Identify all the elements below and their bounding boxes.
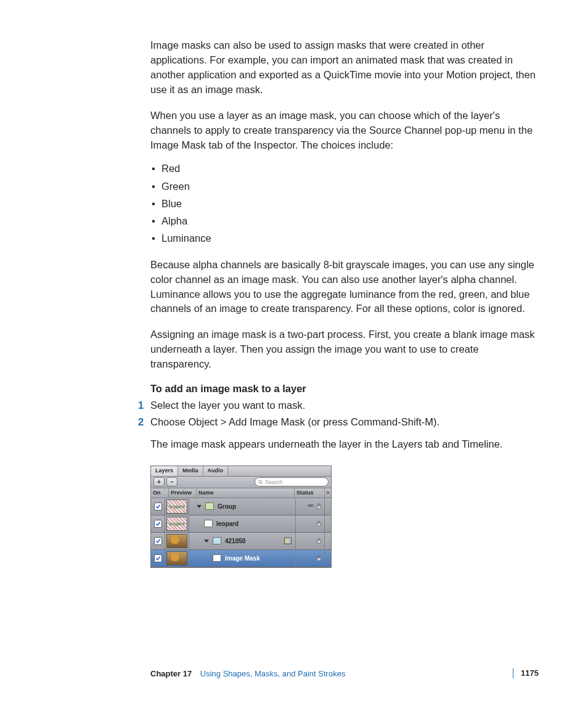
channel-list: Red Green Blue Alpha Luminance [150,160,539,246]
column-headers: On Preview Name Status > [151,488,331,498]
lock-icon[interactable] [316,503,322,509]
svg-point-0 [259,480,262,483]
disclosure-triangle-icon[interactable] [204,540,209,543]
procedure-heading: To add an image mask to a layer [150,383,539,395]
expand-cell [325,515,331,532]
step-item: 1Select the layer you want to mask. [138,397,539,414]
list-item: Luminance [150,229,539,247]
add-button[interactable]: + [153,477,165,486]
search-icon [258,480,263,485]
table-row[interactable]: Group [151,498,331,515]
preview-thumbnail [165,515,189,532]
list-item: Blue [150,195,539,212]
panel-tab-bar: Layers Media Audio [151,466,331,477]
list-item: Green [150,178,539,195]
mask-badge-icon [284,538,292,544]
paragraph: The image mask appears underneath the la… [150,437,539,452]
page-number: 1175 [513,668,539,678]
svg-rect-8 [317,557,321,560]
layer-name-cell[interactable]: 421050 [189,533,296,549]
step-list: 1Select the layer you want to mask. 2Cho… [138,397,539,430]
visibility-checkbox[interactable] [151,550,165,567]
lock-icon[interactable] [316,555,322,561]
chapter-title: Using Shapes, Masks, and Paint Strokes [200,669,346,678]
paragraph: Image masks can also be used to assign m… [150,38,539,97]
tab-layers[interactable]: Layers [151,466,178,476]
text-icon [204,520,213,527]
table-row[interactable]: 421050 [151,533,331,550]
layer-name-cell[interactable]: leopard [189,515,296,532]
step-item: 2Choose Object > Add Image Mask (or pres… [138,414,539,430]
preview-thumbnail [165,498,189,515]
document-page: Image masks can also be used to assign m… [0,0,588,660]
layer-name-label: Image Mask [225,555,260,562]
step-number: 2 [138,414,144,430]
status-cell [296,550,325,567]
visibility-checkbox[interactable] [151,498,165,515]
lock-icon[interactable] [316,520,322,527]
mask-icon [213,554,221,562]
panel-toolbar: + − Search [151,477,331,488]
svg-rect-6 [317,523,321,526]
table-row[interactable]: leopard [151,515,331,533]
layer-name-cell[interactable]: Group [189,498,296,515]
header-preview[interactable]: Preview [169,488,197,498]
layer-name-label: leopard [216,520,239,527]
preview-thumbnail [165,550,189,567]
search-placeholder: Search [265,479,283,485]
disclosure-triangle-icon[interactable] [197,505,202,508]
expand-cell [325,498,331,515]
chapter-label: Chapter 17 [150,669,192,678]
layers-panel: Layers Media Audio + − Search On Preview… [150,466,332,568]
step-text: Select the layer you want to mask. [150,400,305,411]
list-item: Alpha [150,212,539,229]
svg-line-1 [261,482,263,483]
page-footer: Chapter 17 Using Shapes, Masks, and Pain… [0,660,588,678]
paragraph: Assigning an image mask is a two-part pr… [150,327,539,372]
header-expand[interactable]: > [325,488,331,498]
header-on[interactable]: On [151,488,169,498]
status-cell [296,533,325,549]
remove-button[interactable]: − [166,477,178,486]
link-icon[interactable] [308,503,314,510]
visibility-checkbox[interactable] [151,515,165,532]
footer-left: Chapter 17 Using Shapes, Masks, and Pain… [150,669,345,678]
status-cell [296,498,325,515]
tab-media[interactable]: Media [178,466,203,476]
layer-name-label: 421050 [225,538,245,544]
paragraph: Because alpha channels are basically 8-b… [150,258,539,317]
visibility-checkbox[interactable] [151,533,165,549]
header-name[interactable]: Name [197,488,295,498]
search-input[interactable]: Search [255,477,329,486]
layer-name-label: Group [218,503,236,510]
status-cell [296,515,325,532]
step-text: Choose Object > Add Image Mask (or press… [150,416,439,427]
svg-rect-7 [317,540,321,543]
expand-cell [325,533,331,549]
tab-audio[interactable]: Audio [203,466,229,476]
svg-rect-5 [317,506,321,509]
lock-icon[interactable] [316,538,322,544]
group-icon [205,503,214,510]
step-number: 1 [138,397,144,414]
list-item: Red [150,160,539,177]
table-row[interactable]: Image Mask [151,550,331,567]
preview-thumbnail [165,533,189,549]
header-status[interactable]: Status [295,488,325,498]
expand-cell [325,550,331,567]
layer-name-cell[interactable]: Image Mask [189,550,296,567]
img-icon [213,537,221,544]
paragraph: When you use a layer as an image mask, y… [150,109,539,153]
